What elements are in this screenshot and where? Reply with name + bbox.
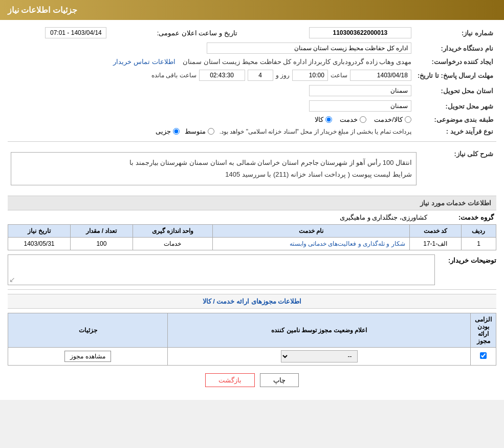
delivery-province-input[interactable] [309,85,411,96]
description-line1: انتقال 100 رأس آهو از شهرستان جاجرم استا… [15,157,412,168]
page-title: جزئیات اطلاعات نیاز [8,6,77,14]
col-code: کد خدمت [409,224,461,237]
back-button[interactable]: بازگشت [205,373,255,387]
deadline-date-input[interactable] [350,70,411,81]
purchase-type-label: نوع فرآیند خرید : [414,125,496,137]
category-goods-radio[interactable] [325,116,332,123]
permit-status-select[interactable]: -- [281,350,358,362]
service-info-header: اطلاعات خدمات مورد نیاز [8,196,496,210]
purchase-note: پرداخت تمام یا بخشی از مبلغ خریدار از مح… [220,128,411,135]
deadline-days-input[interactable] [248,70,273,81]
purchase-medium-radio[interactable] [208,128,214,135]
category-goods-label: کالا [315,116,323,123]
buyer-notes-row: توضیحات خریدار: [8,254,496,285]
purchase-partial-label: جزیی [156,127,171,135]
remaining-time-input[interactable] [199,70,245,81]
need-description-box: انتقال 100 رأس آهو از شهرستان جاجرم استا… [11,152,417,185]
permits-section-header: اطلاعات مجوزهای ارائه خدمت / کالا [8,294,496,309]
cell-name: شکار و تله‌گذاری و فعالیت‌های خدماتی واب… [213,237,410,250]
deadline-time-label: ساعت [331,72,347,79]
cell-code: الف-1-17 [409,237,461,250]
delivery-city-label: شهر محل تحویل: [414,98,496,114]
bottom-buttons: چاپ بازگشت [8,373,496,387]
requester-label: ایجاد کننده درخواست: [414,56,496,68]
cell-row: 1 [461,237,496,250]
buyer-org-label: نام دستگاه خریدار: [414,40,496,56]
header-bar: جزئیات اطلاعات نیاز [0,0,504,20]
category-goods-option[interactable]: کالا [315,116,332,123]
public-announcement-date-input[interactable] [45,27,106,38]
divider-1 [8,141,496,142]
print-button[interactable]: چاپ [260,373,299,387]
category-service-option[interactable]: خدمت [340,116,366,123]
col-row: ردیف [461,224,496,237]
cell-quantity: 100 [70,237,133,250]
purchase-medium-label: متوسط [185,127,206,135]
need-description-label: شرح کلی نیاز: [420,146,496,191]
list-item: -- مشاهده مجوز [8,347,496,365]
public-announcement-label: تاریخ و ساعت اعلان عمومی: [157,29,237,37]
purchase-partial-option[interactable]: جزیی [156,127,180,135]
need-number-label: شماره نیاز: [414,25,496,40]
col-name: نام خدمت [213,224,410,237]
services-table: ردیف کد خدمت نام خدمت واحد اندازه گیری ت… [8,224,496,250]
permits-table: الزامی بودن ارائه مجوز اعلام وضعیت مجوز … [8,313,496,366]
delivery-province-label: استان محل تحویل: [414,83,496,98]
permit-col-mandatory: الزامی بودن ارائه مجوز [471,313,496,347]
category-goods-service-label: کالا/خدمت [374,116,403,123]
divider-2 [8,289,496,290]
permit-col-details: جزئیات [8,313,168,347]
table-row: 1 الف-1-17 شکار و تله‌گذاری و فعالیت‌های… [8,237,496,250]
permit-mandatory-cell [471,347,496,365]
col-quantity: تعداد / مقدار [70,224,133,237]
category-service-radio[interactable] [360,116,366,123]
purchase-medium-option[interactable]: متوسط [185,127,214,135]
view-permit-button[interactable]: مشاهده مجوز [64,351,111,362]
category-goods-service-option[interactable]: کالا/خدمت [374,116,411,123]
service-group-value: کشاورزی، جنگلداری و ماهیگیری [10,214,427,221]
cell-date: 1403/05/31 [8,237,71,250]
send-date-label: مهلت ارسال پاسخ: تا تاریخ: [414,68,496,83]
permit-status-cell: -- [168,347,471,365]
description-line2: شرایط لیست پیوست ( پرداخت اسناد خزانه (2… [15,168,412,180]
permit-col-status: اعلام وضعیت مجوز توسط نامین کننده [168,313,471,347]
service-group-row: گروه خدمت: کشاورزی، جنگلداری و ماهیگیری [8,214,496,221]
service-group-label: گروه خدمت: [432,214,494,221]
category-goods-service-radio[interactable] [405,116,411,123]
cell-unit: خدمات [133,237,212,250]
buyer-notes-label: توضیحات خریدار: [435,254,496,285]
category-label: طبقه بندی موضوعی: [414,114,496,125]
col-unit: واحد اندازه گیری [133,224,212,237]
contact-info-link[interactable]: اطلاعات تماس خریدار [113,58,175,66]
buyer-notes-area[interactable] [8,254,435,285]
delivery-city-input[interactable] [309,100,411,112]
permit-details-cell: مشاهده مجوز [8,347,168,365]
need-number-input[interactable] [309,27,411,38]
col-date: تاریخ نیاز [8,224,71,237]
buyer-org-input[interactable] [207,42,411,54]
deadline-day-label: روز و [276,72,290,79]
category-service-label: خدمت [340,116,358,123]
remaining-label: ساعت باقی مانده [151,72,196,79]
permit-mandatory-checkbox[interactable] [480,352,487,359]
purchase-partial-radio[interactable] [173,128,180,135]
deadline-time-input[interactable] [292,70,328,81]
requester-value: مهدی وهاب زاده گردرودباری کاربرداز اداره… [183,58,411,66]
